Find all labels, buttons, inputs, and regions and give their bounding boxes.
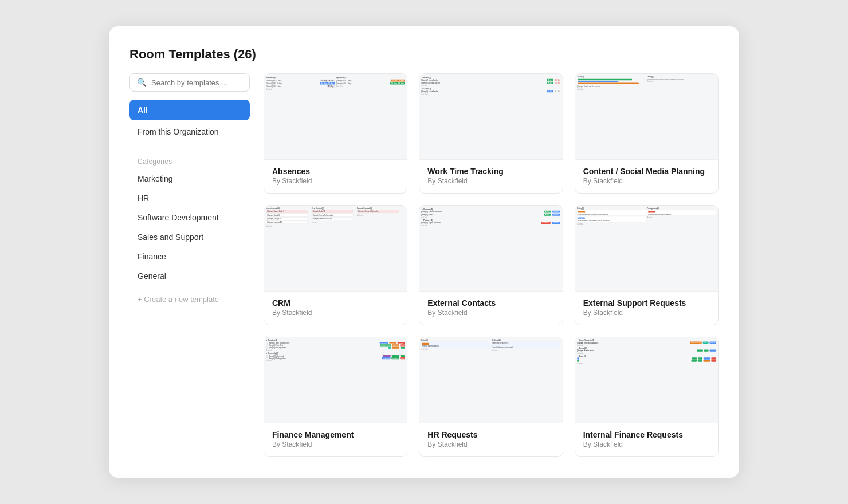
template-preview-extsupport: Doing(2) URGENT [Sample] How can I chang… [575, 206, 718, 292]
template-name-crm: CRM [272, 298, 399, 308]
template-card-crm[interactable]: Incoming Lead(4) [Sample] Kappa GmbH [Sa… [264, 205, 407, 325]
sidebar: 🔍 All From this Organization Categories … [129, 73, 250, 457]
modal-container: Room Templates (26) 🔍 All From this Orga… [109, 26, 739, 478]
sidebar-item-all[interactable]: All [129, 100, 250, 120]
template-preview-crm: Incoming Lead(4) [Sample] Kappa GmbH [Sa… [264, 206, 407, 292]
template-preview-extcontacts: ▼ Vendors (2) [Sample] Epsilon Innovatio… [419, 206, 562, 292]
sidebar-item-finance[interactable]: Finance [129, 247, 250, 266]
sidebar-item-sales-support[interactable]: Sales and Support [129, 227, 250, 247]
template-card-absences[interactable]: Submitted(3) [Sample] HE: 5 days05. Sep … [264, 73, 407, 194]
template-card-internalfinance[interactable]: ▼ Open Requests (2) [Sample] Team Buildi… [575, 337, 719, 457]
template-author-content: By Stackfield [583, 177, 710, 185]
template-author-internalfinance: By Stackfield [583, 440, 710, 448]
template-preview-content: To do(1) [Sample] How to use the timelin… [575, 74, 718, 160]
template-preview-wtt: ▼ Active (2) [Sample] Laura Becker Activ… [419, 74, 562, 160]
template-info-finance: Finance Management By Stackfield [264, 423, 407, 456]
template-author-extsupport: By Stackfield [583, 309, 710, 317]
template-name-finance: Finance Management [272, 430, 399, 439]
categories-label: Categories [129, 155, 250, 169]
sidebar-item-hr[interactable]: HR [129, 188, 250, 208]
sidebar-item-from-org[interactable]: From this Organization [129, 121, 250, 142]
templates-grid: Submitted(3) [Sample] HE: 5 days05. Sep … [264, 73, 719, 457]
template-preview-internalfinance: ▼ Open Requests (2) [Sample] Team Buildi… [575, 337, 718, 423]
template-name-absences: Absences [272, 167, 399, 176]
create-template-link[interactable]: + Create a new template [129, 289, 250, 309]
template-author-wtt: By Stackfield [427, 177, 554, 185]
sidebar-divider [129, 149, 250, 149]
template-info-content: Content / Social Media Planning By Stack… [575, 160, 718, 193]
template-info-absences: Absences By Stackfield [264, 160, 407, 193]
template-preview-absences: Submitted(3) [Sample] HE: 5 days05. Sep … [264, 74, 407, 160]
search-icon: 🔍 [137, 78, 147, 87]
template-card-wtt[interactable]: ▼ Active (2) [Sample] Laura Becker Activ… [419, 73, 563, 194]
template-author-absences: By Stackfield [272, 177, 399, 185]
template-card-content[interactable]: To do(1) [Sample] How to use the timelin… [575, 73, 719, 194]
template-info-crm: CRM By Stackfield [264, 292, 407, 325]
modal-title: Room Templates (26) [129, 47, 719, 62]
template-name-hr: HR Requests [427, 430, 554, 439]
template-info-wtt: Work Time Tracking By Stackfield [419, 160, 562, 193]
template-name-content: Content / Social Media Planning [583, 167, 710, 176]
template-name-extsupport: External Support Requests [583, 298, 710, 308]
template-author-extcontacts: By Stackfield [427, 309, 554, 317]
template-name-internalfinance: Internal Finance Requests [583, 430, 710, 439]
template-author-crm: By Stackfield [272, 309, 399, 317]
template-info-hr: HR Requests By Stackfield [419, 423, 562, 456]
main-content: Submitted(3) [Sample] HE: 5 days05. Sep … [264, 73, 719, 457]
template-card-extcontacts[interactable]: ▼ Vendors (2) [Sample] Epsilon Innovatio… [419, 205, 563, 325]
sidebar-item-general[interactable]: General [129, 266, 250, 286]
template-info-extsupport: External Support Requests By Stackfield [575, 292, 718, 325]
template-author-finance: By Stackfield [272, 440, 399, 448]
template-info-extcontacts: External Contacts By Stackfield [419, 292, 562, 325]
template-author-hr: By Stackfield [427, 440, 554, 448]
search-input[interactable] [151, 78, 242, 87]
sidebar-item-marketing[interactable]: Marketing [129, 169, 250, 188]
sidebar-item-software-dev[interactable]: Software Development [129, 208, 250, 227]
template-name-extcontacts: External Contacts [427, 298, 554, 308]
modal-body: 🔍 All From this Organization Categories … [129, 73, 719, 457]
search-box[interactable]: 🔍 [129, 73, 250, 92]
template-preview-hr: Doing(1) URGENT Rewrite job descriptions… [419, 337, 562, 423]
template-info-internalfinance: Internal Finance Requests By Stackfield [575, 423, 718, 456]
template-name-wtt: Work Time Tracking [427, 167, 554, 176]
template-card-extsupport[interactable]: Doing(2) URGENT [Sample] How can I chang… [575, 205, 719, 325]
template-card-finance[interactable]: ▼ Pending (3) [Sample] Team Building Eve… [264, 337, 407, 457]
template-preview-finance: ▼ Pending (3) [Sample] Team Building Eve… [264, 337, 407, 423]
template-card-hr[interactable]: Doing(1) URGENT Rewrite job descriptions… [419, 337, 563, 457]
